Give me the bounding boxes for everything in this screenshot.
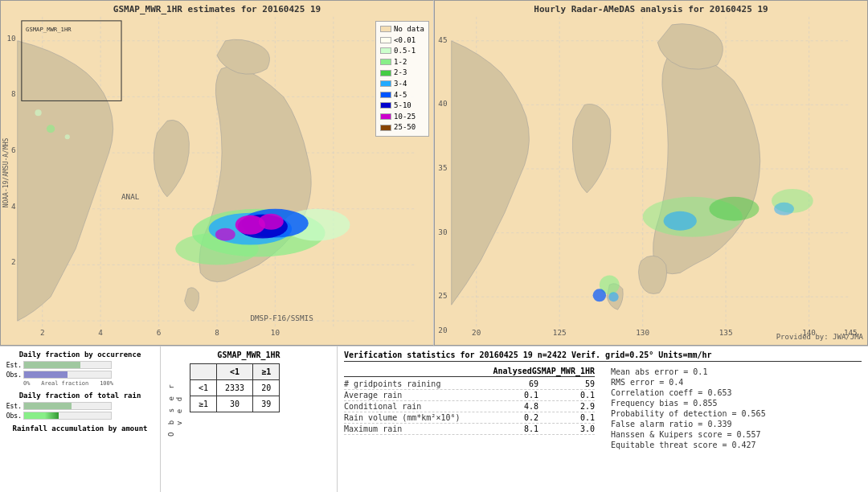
svg-text:6: 6: [157, 329, 162, 337]
col-header-blank: [344, 367, 488, 375]
val-maxrain-ana: 8.1: [506, 424, 538, 433]
col-header-analysed: Analysed: [488, 367, 532, 375]
left-axis-label: NOAA-19/AMSU-A/MHS: [2, 138, 10, 208]
left-map-title: GSMAP_MWR_1HR estimates for 20160425 19: [113, 4, 321, 14]
stat-mae: Mean abs error = 0.1: [611, 367, 862, 377]
cont-cell-10: 30: [217, 396, 253, 412]
cont-cell-00: 2333: [217, 380, 253, 396]
svg-text:130: 130: [636, 329, 649, 337]
svg-point-21: [215, 228, 235, 241]
bottom-charts: Daily fraction by occurrence Est. Obs. 0…: [0, 346, 161, 492]
svg-point-53: [664, 211, 697, 231]
stat-far: False alarm ratio = 0.339: [611, 419, 862, 429]
svg-text:30: 30: [438, 228, 447, 236]
legend: No data <0.01 0.5-1 1-2 2-3 3-4 4-5 5-10…: [375, 21, 429, 137]
svg-text:2: 2: [11, 259, 16, 267]
svg-point-56: [608, 292, 618, 301]
svg-text:20: 20: [472, 329, 481, 337]
stat-hk: Hanssen & Kuipers score = 0.557: [611, 429, 862, 440]
obs-label2: Obs.: [4, 412, 22, 420]
bar-chart-title2: Daily fraction of total rain: [4, 392, 156, 400]
row-label-condrain: Conditional rain: [344, 402, 421, 411]
table-row: ≥1 30 39: [190, 396, 280, 412]
est-bar2: [23, 402, 112, 410]
svg-text:45: 45: [438, 36, 447, 44]
svg-text:10: 10: [271, 329, 280, 337]
val-rainvol-ana: 0.2: [506, 413, 538, 422]
cont-row-label-ge1: ≥1: [190, 396, 217, 412]
svg-text:25: 25: [438, 292, 447, 300]
right-map-panel: Hourly Radar-AMeDAS analysis for 2016042…: [434, 0, 868, 346]
verif-row-rainvol: Rain volume (mm*km²×10⁶) 0.2 0.1: [344, 412, 595, 424]
svg-point-20: [259, 214, 284, 230]
svg-text:135: 135: [719, 329, 733, 337]
svg-text:35: 35: [438, 164, 447, 172]
obs-bar2: [23, 412, 112, 420]
main-container: GSMAP_MWR_1HR estimates for 20160425 19 …: [0, 0, 868, 492]
svg-text:10: 10: [6, 35, 15, 43]
observed-label: O b s e r v e d: [165, 378, 186, 442]
svg-point-55: [593, 289, 607, 301]
verif-row-avgrain: Average rain 0.1 0.1: [344, 390, 595, 401]
cont-cell-01: 20: [253, 380, 280, 396]
row-label-rainvol: Rain volume (mm*km²×10⁶): [344, 413, 461, 422]
contingency-table-section: GSMAP_MWR_1HR O b s e r v e d <1 ≥1: [161, 346, 338, 492]
cont-header-empty: [190, 364, 217, 380]
left-map-panel: GSMAP_MWR_1HR estimates for 20160425 19 …: [0, 0, 434, 346]
verification-section: Verification statistics for 20160425 19 …: [338, 346, 868, 492]
verif-left: Analysed GSMAP_MWR_1HR # gridpoints rain…: [344, 367, 595, 450]
svg-text:8: 8: [11, 91, 16, 99]
verif-title: Verification statistics for 20160425 19 …: [344, 351, 862, 362]
val-gridpoints-gsmap: 59: [551, 379, 595, 388]
cont-header-ge1: ≥1: [253, 364, 280, 380]
svg-text:4: 4: [98, 329, 103, 337]
val-condrain-gsmap: 2.9: [551, 402, 595, 411]
verif-row-condrain: Conditional rain 4.8 2.9: [344, 401, 595, 412]
svg-point-24: [65, 134, 70, 139]
val-avgrain-ana: 0.1: [506, 391, 538, 400]
verif-row-maxrain: Maximum rain 8.1 3.0: [344, 424, 595, 435]
axis-ticks1: 0%Areal fraction100%: [23, 380, 113, 387]
bar-chart-title3: Rainfall accumulation by amount: [4, 424, 156, 433]
verif-row-gridpoints: # gridpoints raining 69 59: [344, 379, 595, 390]
stat-ets: Equitable threat score = 0.427: [611, 440, 862, 450]
obs-label1: Obs.: [4, 371, 22, 379]
svg-point-23: [35, 109, 41, 116]
contingency-table: <1 ≥1 <1 2333 20 ≥1: [190, 363, 280, 412]
rain-fraction-chart: Est. Obs.: [4, 402, 156, 420]
svg-text:6: 6: [11, 146, 16, 154]
svg-text:20: 20: [438, 326, 447, 334]
val-maxrain-gsmap: 3.0: [551, 424, 595, 433]
row-label-maxrain: Maximum rain: [344, 424, 402, 433]
svg-point-58: [774, 203, 794, 215]
val-avgrain-gsmap: 0.1: [551, 391, 595, 400]
left-map-svg: 2 4 6 8 10 10 8 6 4 2 GSMAP_MWR_1HR ANAL…: [1, 1, 433, 345]
obs-bar1: [23, 371, 112, 379]
est-label1: Est.: [4, 362, 22, 369]
cont-header-lt1: <1: [217, 364, 253, 380]
svg-text:4: 4: [11, 203, 16, 211]
verif-grid: Analysed GSMAP_MWR_1HR # gridpoints rain…: [344, 367, 862, 450]
val-rainvol-gsmap: 0.1: [551, 413, 595, 422]
stat-pod: Probability of detection = 0.565: [611, 408, 862, 419]
est-bar1: [23, 361, 112, 369]
cont-cell-11: 39: [253, 396, 280, 412]
right-map-title: Hourly Radar-AMeDAS analysis for 2016042…: [534, 4, 768, 14]
bottom-row: Daily fraction by occurrence Est. Obs. 0…: [0, 346, 868, 492]
top-row: GSMAP_MWR_1HR estimates for 20160425 19 …: [0, 0, 868, 346]
svg-text:ANAL: ANAL: [121, 193, 140, 201]
row-label-avgrain: Average rain: [344, 391, 402, 400]
right-map-watermark: Provided by: JWA/JMA: [776, 333, 863, 341]
svg-point-52: [709, 197, 759, 221]
col-header-gsmap: GSMAP_MWR_1HR: [532, 367, 595, 375]
table-row: <1 2333 20: [190, 380, 280, 396]
svg-text:8: 8: [215, 329, 219, 337]
right-map-svg: 45 40 35 30 25 20 20 125 130 135 140 145: [435, 1, 867, 345]
val-condrain-ana: 4.8: [506, 402, 538, 411]
cont-row-label-lt1: <1: [190, 380, 217, 396]
bar-chart-title1: Daily fraction by occurrence: [4, 351, 156, 359]
svg-point-22: [47, 125, 55, 133]
svg-text:125: 125: [553, 329, 567, 337]
verif-right: Mean abs error = 0.1 RMS error = 0.4 Cor…: [611, 367, 862, 450]
val-gridpoints-ana: 69: [506, 379, 538, 388]
